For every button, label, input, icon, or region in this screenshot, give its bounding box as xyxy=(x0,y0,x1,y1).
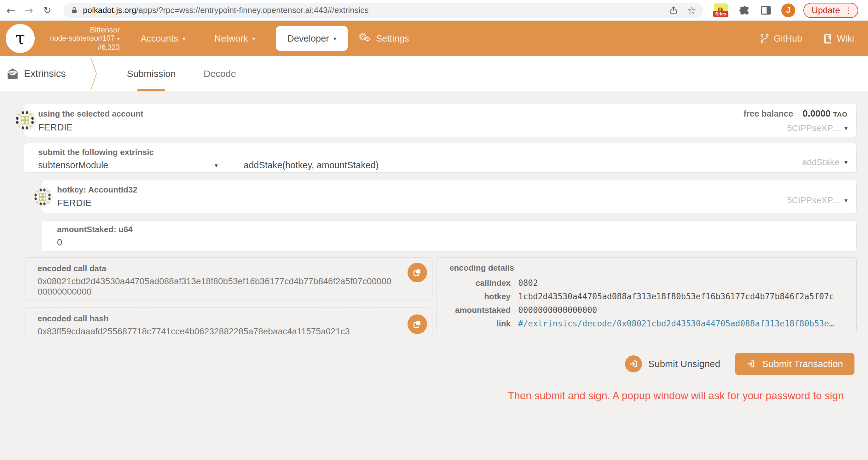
actions-row: Submit Unsigned Submit Transaction xyxy=(0,353,855,375)
lock-icon xyxy=(70,6,79,14)
account-identicon xyxy=(14,109,36,131)
decode-link[interactable]: #/extrinsics/decode/0x08021cbd2d43530a44… xyxy=(518,317,834,330)
hotkey-param-label: hotkey: AccountId32 xyxy=(57,185,856,195)
reload-icon[interactable]: ↻ xyxy=(43,5,51,15)
tab-bar: Extrinsics Submission Decode xyxy=(0,56,868,91)
copy-icon xyxy=(412,319,422,329)
chevron-down-icon[interactable]: ▾ xyxy=(844,159,847,166)
encoded-call-data-box: encoded call data 0x08021cbd2d43530a4470… xyxy=(25,257,432,301)
free-balance-value: 0.0000 xyxy=(803,108,831,119)
detail-row-amountstaked: amountstaked 0000000000000000 xyxy=(450,303,850,317)
chevron-down-icon[interactable]: ▾ xyxy=(844,125,847,132)
extrinsics-content: using the selected account FERDIE free b… xyxy=(0,91,868,460)
amount-param-label: amountStaked: u64 xyxy=(57,225,856,234)
encoded-call-hash-label: encoded call hash xyxy=(37,314,396,324)
param-hotkey-row[interactable]: hotkey: AccountId32 FERDIE 5CiPPseXP... … xyxy=(42,180,857,213)
chevron-down-icon[interactable]: ▾ xyxy=(215,162,218,169)
best-block: #6,323 xyxy=(39,43,120,52)
browser-toolbar: ← → ↻ polkadot.js.org/apps/?rpc=wss://en… xyxy=(0,0,868,21)
submit-transaction-button[interactable]: Submit Transaction xyxy=(735,353,855,375)
chevron-down-icon: ▾ xyxy=(183,35,185,42)
book-icon xyxy=(823,33,832,43)
instruction-note: Then submit and sign. A popup window wil… xyxy=(0,390,868,402)
account-name: FERDIE xyxy=(38,122,856,133)
encoded-call-data-label: encoded call data xyxy=(37,264,396,273)
detail-row-callindex: callindex 0802 xyxy=(450,276,850,290)
copy-icon xyxy=(412,267,422,277)
divider-chevron xyxy=(90,57,97,90)
encoded-call-hash-box: encoded call hash 0x83ff59cdaaafd2556877… xyxy=(25,307,432,340)
section-title: Extrinsics xyxy=(24,68,66,79)
submit-unsigned-button[interactable]: Submit Unsigned xyxy=(625,355,720,372)
browser-update-button[interactable]: Update ⋮ xyxy=(803,3,858,18)
wiki-link[interactable]: Wiki xyxy=(823,33,854,44)
encoding-details-box: encoding details callindex 0802 hotkey 1… xyxy=(436,257,857,334)
extrinsic-select-row: submit the following extrinsic subtensor… xyxy=(24,143,857,173)
endpoint-selector[interactable]: Bittensor node-subtensor/107▾ #6,323 xyxy=(39,26,120,52)
chain-logo[interactable]: τ xyxy=(6,24,35,53)
bookmark-star-icon[interactable]: ☆ xyxy=(687,5,696,15)
gear-icon: ⚙⚙ xyxy=(359,32,372,45)
param-amount-row: amountStaked: u64 0 xyxy=(42,220,857,252)
account-select-row[interactable]: using the selected account FERDIE free b… xyxy=(24,104,857,137)
forward-icon[interactable]: → xyxy=(24,5,33,16)
main-nav: Accounts▾ Network▾ Developer▾ ⚙⚙ Setting… xyxy=(141,26,409,51)
chain-name: Bittensor xyxy=(39,26,120,34)
nav-accounts[interactable]: Accounts▾ xyxy=(141,33,185,44)
github-link[interactable]: GitHub xyxy=(760,33,802,44)
hotkey-account-name: FERDIE xyxy=(57,198,856,208)
browser-profile-avatar[interactable]: J xyxy=(781,3,795,17)
code-branch-icon xyxy=(760,33,769,44)
amount-input[interactable]: 0 xyxy=(57,237,856,248)
copy-call-data-button[interactable] xyxy=(407,263,427,282)
browser-menu-icon[interactable]: ⋮ xyxy=(844,6,852,15)
detail-row-link: link #/extrinsics/decode/0x08021cbd2d435… xyxy=(450,317,850,330)
encoded-call-hash-value: 0x83ff59cdaaafd255687718c7741cce4b062328… xyxy=(37,326,396,336)
method-name: addStake xyxy=(802,157,839,167)
chevron-down-icon: ▾ xyxy=(334,35,336,42)
nav-network[interactable]: Network▾ xyxy=(214,33,255,44)
share-icon[interactable] xyxy=(669,6,678,15)
url-text: polkadot.js.org/apps/?rpc=wss://entrypoi… xyxy=(83,5,368,15)
node-version: node-subtensor/107 xyxy=(50,34,115,42)
encoded-call-data-value: 0x08021cbd2d43530a44705ad088af313e18f80b… xyxy=(37,276,396,297)
back-icon[interactable]: ← xyxy=(6,5,16,16)
extrinsic-label: submit the following extrinsic xyxy=(38,147,856,157)
extensions-puzzle-icon[interactable] xyxy=(739,4,750,17)
envelope-open-icon xyxy=(7,68,18,79)
sign-in-icon xyxy=(746,359,756,369)
chevron-down-icon[interactable]: ▾ xyxy=(844,197,847,204)
hotkey-identicon xyxy=(32,187,53,207)
copy-call-hash-button[interactable] xyxy=(407,315,427,334)
sign-in-icon xyxy=(625,355,642,372)
nav-settings[interactable]: ⚙⚙ Settings xyxy=(359,32,409,45)
free-balance-label: free balance xyxy=(744,109,793,119)
app-header: τ Bittensor node-subtensor/107▾ #6,323 A… xyxy=(0,21,868,56)
tab-submission[interactable]: Submission xyxy=(127,56,176,91)
balance-unit: TAO xyxy=(833,110,847,118)
module-select[interactable]: subtensorModule xyxy=(38,160,215,170)
sites-extension-icon[interactable]: Sites xyxy=(713,3,729,17)
hotkey-address-short: 5CiPPseXP... xyxy=(787,195,839,205)
account-select-label: using the selected account xyxy=(38,109,856,119)
side-panel-icon[interactable] xyxy=(760,4,772,17)
polkadotjs-extrinsics-page: ← → ↻ polkadot.js.org/apps/?rpc=wss://en… xyxy=(0,0,868,460)
chevron-down-icon: ▾ xyxy=(117,36,120,42)
encoding-details-title: encoding details xyxy=(450,263,850,273)
tab-decode[interactable]: Decode xyxy=(204,56,236,91)
account-address-short: 5CiPPseXP... xyxy=(787,123,839,133)
detail-row-hotkey: hotkey 1cbd2d43530a44705ad088af313e18f80… xyxy=(450,290,850,303)
call-signature[interactable]: addStake(hotkey, amountStaked) xyxy=(244,160,378,170)
nav-developer[interactable]: Developer▾ xyxy=(276,26,348,51)
chevron-down-icon: ▾ xyxy=(252,35,255,42)
address-bar[interactable]: polkadot.js.org/apps/?rpc=wss://entrypoi… xyxy=(63,3,703,18)
